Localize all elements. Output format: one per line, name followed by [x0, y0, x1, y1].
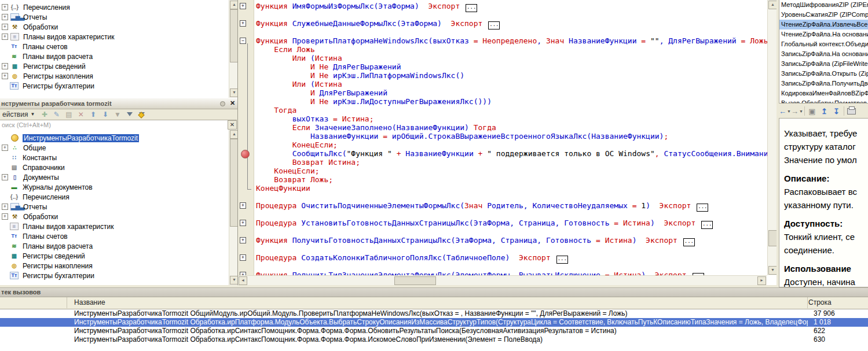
scroll-right-icon[interactable]: ► [757, 276, 766, 285]
code-line[interactable] [238, 28, 767, 36]
tree-item[interactable]: ТтПланы счетов [0, 42, 237, 51]
tree-item[interactable]: ТтПланы счетов [0, 231, 237, 241]
expand-plus-icon[interactable]: + [240, 237, 246, 243]
tree-item[interactable]: +◎Регистры накопления [0, 71, 237, 81]
code-line[interactable]: И Не ирКэш.ЛиПлатформаWindowsЛкс() [238, 71, 767, 80]
filter-settings-icon[interactable] [137, 110, 147, 119]
code-line[interactable]: +Функция СлужебныеДанныеФормыЛкс(ЭтаФорм… [238, 19, 767, 28]
code-line[interactable]: −Функция ПроверитьПлатформаНеWindowsЛкс(… [238, 36, 767, 45]
call-stack-row[interactable]: ИнструментыРазработчикаTormozit Обработк… [0, 327, 868, 335]
expand-icon[interactable]: + [2, 145, 8, 151]
expand-icon[interactable]: + [2, 14, 8, 20]
insert-icon[interactable]: ▼ [112, 110, 122, 119]
tree-item[interactable]: ∷Константы [0, 153, 237, 162]
expand-icon[interactable]: + [2, 204, 8, 210]
code-line[interactable]: +Процедура ОчиститьПодчиненныеЭлементыФо… [238, 201, 767, 210]
code-line[interactable]: КонецЕсли; [238, 141, 767, 149]
tree-item[interactable]: ▦Регистры сведений [0, 251, 237, 261]
code-line[interactable] [238, 210, 767, 219]
add-icon[interactable]: ✚ [39, 110, 49, 119]
code-line[interactable]: +Процедура УстановитьГотовностьДанныхСтр… [238, 219, 767, 227]
tree-item[interactable]: {..}Перечисления [0, 192, 237, 202]
code-line[interactable] [238, 262, 767, 271]
code-line[interactable]: КонецФункции [238, 184, 767, 193]
tree-item[interactable]: +▦Регистры сведений [0, 61, 237, 71]
code-line[interactable]: Или (Истина [238, 54, 767, 62]
search-input[interactable]: оиск (Ctrl+Alt+M) ✕ [0, 120, 237, 130]
print-icon[interactable] [846, 106, 857, 116]
move-down-icon[interactable]: ⬇ [100, 110, 110, 119]
devtools-tree-scrollbar[interactable]: ▲ ▼ [229, 130, 238, 285]
expand-icon[interactable]: + [2, 213, 8, 220]
view-source-icon[interactable]: ▣ [807, 106, 818, 116]
code-line[interactable]: Если Ложь [238, 45, 767, 54]
expand-plus-icon[interactable]: + [240, 220, 246, 226]
back-icon[interactable]: ←▼ [779, 106, 790, 116]
edit-icon[interactable]: ✎ [52, 110, 61, 119]
syntax-list-item[interactable]: ЧтениеZipФайла.ИзвлечьВсе ( [779, 20, 868, 29]
expand-icon[interactable]: + [2, 4, 8, 10]
breakpoint-icon[interactable] [241, 150, 250, 158]
syntax-list-item[interactable]: Вызов.Обработку.Посмотрев [779, 98, 868, 103]
scroll-down-icon[interactable]: ▼ [768, 266, 777, 275]
expand-icon[interactable]: + [2, 34, 8, 40]
code-line[interactable] [238, 193, 767, 201]
tree-item[interactable]: ≋Планы видов расчета [0, 241, 237, 251]
devtools-panel-header[interactable]: нструменты разработчика tormozit ✕ [0, 98, 237, 109]
expand-plus-icon[interactable]: + [240, 254, 246, 261]
code-line[interactable]: И Не ирКэш.ЛиДоступныРегВыраженияЛкс())) [238, 97, 767, 106]
move-up-icon[interactable]: ⬆ [88, 110, 98, 119]
tree-item[interactable]: +▂▅▃Отчеты [0, 202, 237, 212]
code-line[interactable] [238, 10, 767, 19]
forward-icon[interactable]: →▼ [792, 106, 803, 116]
tree-item[interactable]: +{..}Перечисления [0, 2, 237, 12]
tree-item[interactable]: +≡Планы видов характеристик [0, 32, 237, 42]
prev-topic-icon[interactable]: ↥ [819, 106, 830, 116]
tree-item[interactable]: ▤Справочники [0, 162, 237, 172]
code-line[interactable]: Если ЗначениеЗаполнено(НазваниеФункции) … [238, 123, 767, 132]
tree-item[interactable]: ▬Журналы документов [0, 182, 237, 192]
code-line[interactable]: +Процедура СоздатьКолонкиТабличногоПоляЛ… [238, 253, 767, 262]
expand-icon[interactable]: + [2, 73, 8, 79]
syntax-list-item[interactable]: ЧтениеZipФайла.На основании [779, 29, 868, 39]
code-line[interactable]: КонецЕсли; [238, 167, 767, 175]
tree-item[interactable]: ТтРегистры бухгалтерии [0, 81, 237, 91]
code-line[interactable]: НазваниеФункции = ирОбщий.СтрокаВВыражен… [238, 132, 767, 141]
tree-item[interactable]: ≋Планы видов расчета [0, 51, 237, 61]
tree-item[interactable]: ◎Регистры накопления [0, 261, 237, 271]
code-area[interactable]: +Функция ИмяФормыИзФормыЛкс(ЭтаФорма) Эк… [238, 2, 767, 275]
tree-item[interactable]: ≡Планы видов характеристик [0, 221, 237, 231]
expand-icon[interactable]: + [2, 24, 8, 30]
clear-search-icon[interactable]: ✕ [228, 120, 237, 130]
expand-plus-icon[interactable]: + [240, 20, 246, 27]
scroll-left-icon[interactable]: ◄ [239, 276, 247, 285]
scroll-thumb[interactable] [394, 276, 436, 285]
code-line[interactable]: Возврат Ложь; [238, 175, 767, 184]
syntax-list-item[interactable]: ЗаписьZipФайла.Открыть (ZipF [779, 69, 868, 79]
code-line[interactable]: выхОтказ = Истина; [238, 114, 767, 123]
code-line[interactable]: Возврат Истина; [238, 158, 767, 167]
tree-item[interactable]: ТтРегистры бухгалтерии [0, 271, 237, 280]
expand-plus-icon[interactable]: + [240, 202, 246, 209]
syntax-list-item[interactable]: КодировкаИменФайловВZipФа [779, 88, 868, 98]
tree-item[interactable]: ИнструментыРазработчикаTormozit [0, 133, 237, 143]
code-line[interactable]: СообщитьЛкс("Функция " + НазваниеФункции… [238, 149, 767, 158]
call-stack-name-column-header[interactable]: Название [67, 297, 808, 308]
syntax-list-item[interactable]: УровеньСжатияZIP (ZIPCompre [779, 10, 868, 20]
editor-hscrollbar[interactable]: ◄ ► [238, 275, 767, 285]
code-editor[interactable]: +Функция ИмяФормыИзФормыЛкс(ЭтаФорма) Эк… [237, 0, 777, 285]
tree-item[interactable]: +∴Общие [0, 143, 237, 153]
code-line[interactable] [238, 227, 767, 236]
expand-icon[interactable]: + [2, 174, 8, 180]
code-line[interactable] [238, 245, 767, 253]
call-stack-row[interactable]: ИнструментыРазработчикаTormozit ОбщийМод… [0, 309, 868, 318]
code-line[interactable]: Тогда [238, 106, 767, 114]
syntax-list-item[interactable]: МетодШифрованияZIP (ZIPEnc [779, 0, 868, 10]
tree-item[interactable]: +⚒Обработки [0, 212, 237, 221]
code-line[interactable]: Или (Истина [238, 80, 767, 88]
close-icon[interactable]: ✕ [229, 100, 236, 108]
editor-vscrollbar[interactable]: ▲ ▼ [767, 0, 777, 275]
tree-item[interactable]: +⚒Обработки [0, 22, 237, 32]
code-line[interactable]: +Функция ПолучитьТипЗначенияЭлементаФорм… [238, 271, 767, 275]
tree-item[interactable]: +▂▅▃Отчеты [0, 12, 237, 22]
